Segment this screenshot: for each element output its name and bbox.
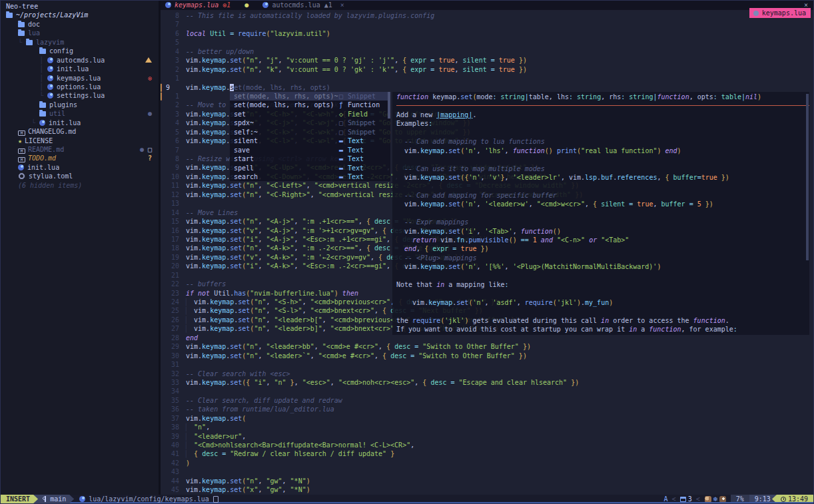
tree-item[interactable]: │ keymaps.lua⊗	[1, 74, 159, 83]
docs-line: the require('jkl') gets evaluated during…	[396, 316, 809, 325]
completion-item[interactable]: silent▬Text	[230, 136, 390, 145]
line-number: 21	[165, 271, 179, 280]
code-line[interactable]: 44vim.keymap.set("n", "gw", "*N")	[161, 477, 814, 485]
completion-item[interactable]: set◇Field	[230, 110, 390, 119]
incline-filename-badge: keymaps.lua	[749, 8, 811, 18]
tree-item[interactable]: MREADME.md● □	[1, 145, 159, 154]
tab-close-icon[interactable]: ×	[340, 1, 344, 9]
code-line[interactable]: 4-- better up/down	[161, 47, 814, 56]
folder-icon	[26, 40, 33, 45]
code-line[interactable]: 39▏ "<leader>ur",	[161, 432, 814, 441]
branch-icon	[43, 496, 47, 502]
code-line[interactable]: 33vim.keymap.set({ "i", "n" }, "<esc>", …	[161, 378, 814, 387]
completion-item[interactable]: save▬Text	[230, 146, 390, 154]
code-line[interactable]: 2vim.keymap.set("n", "k", "v:count == 0 …	[161, 65, 814, 74]
error-icon: ⊗	[148, 75, 152, 82]
code-line[interactable]: 31	[161, 360, 814, 369]
tree-item[interactable]: └ lazyvim	[1, 38, 159, 47]
kind-icon: ▬	[339, 172, 348, 181]
lua-file-icon	[47, 84, 53, 90]
tree-item[interactable]: │ init.lua	[1, 65, 159, 73]
license-icon: ★	[18, 137, 22, 144]
code-line[interactable]: 32-- Clear search with <esc>	[161, 370, 814, 378]
code-line[interactable]: 34	[161, 387, 814, 395]
code-line[interactable]: 35-- Clear search, diff update and redra…	[161, 396, 814, 405]
completion-item[interactable]: start▬Text	[230, 154, 390, 163]
tree-item[interactable]: doc	[1, 20, 159, 29]
code-line[interactable]: ▎9vim.keymap.set(mode, lhs, rhs, opts)	[161, 83, 814, 92]
clock-icon	[781, 497, 786, 502]
tree-item[interactable]: └ settings.lua	[1, 91, 159, 100]
tree-item[interactable]: │ options.lua	[1, 83, 159, 91]
code-line[interactable]: 29vim.keymap.set("n", "<leader>bb", "<cm…	[161, 342, 814, 351]
markdown-icon: M	[18, 157, 25, 162]
code-line[interactable]: 1	[161, 74, 814, 83]
line-number: 10	[165, 172, 179, 181]
warning-icon	[145, 57, 152, 63]
code-line[interactable]: 37vim.keymap.set(	[161, 414, 814, 423]
tab-keymaps[interactable]: keymaps.lua ⊗1	[161, 1, 235, 10]
docs-line	[396, 209, 809, 218]
line-number: 8	[165, 154, 179, 163]
docs-line: return vim.fn.pumvisible() == 1 and "<C-…	[396, 236, 809, 244]
completion-item[interactable]: search▬Text	[230, 172, 390, 181]
docs-line: end, { expr = true })	[396, 244, 809, 253]
package-icon	[680, 497, 686, 502]
lua-file-icon	[165, 2, 171, 8]
code-line[interactable]: 41▏ { desc = "Redraw / clear hlsearch / …	[161, 449, 814, 458]
markdown-icon: M	[18, 148, 25, 154]
completion-scrollbar[interactable]	[388, 92, 390, 119]
code-line[interactable]: 43	[161, 467, 814, 476]
tab-autocmds[interactable]: autocmds.lua ▲1 ×	[258, 1, 348, 10]
tree-item[interactable]: ~/projects/LazyVim	[1, 11, 159, 19]
line-number: 2	[165, 65, 179, 74]
code-line[interactable]: 45vim.keymap.set("x", "gw", "*N")	[161, 485, 814, 494]
docs-float: function keymap.set(mode: string|table, …	[392, 92, 809, 335]
tree-item[interactable]: └ init.lua	[1, 119, 159, 127]
neovim-window: Neo-tree ~/projects/LazyVimdoclua└ lazyv…	[0, 0, 814, 504]
line-number: 22	[165, 280, 179, 288]
tree-item[interactable]: MTODO.md?	[1, 154, 159, 162]
code-line[interactable]: 8-- This file is automatically loaded by…	[161, 11, 814, 20]
completion-item[interactable]: set(mode, lhs, rhs, opts)~□Snippet	[230, 92, 390, 101]
line-number: 29	[165, 342, 179, 351]
docs-line: vim.keymap.set('n', '<leader>w', "<cmd>w…	[396, 200, 809, 208]
question-icon: ?	[148, 154, 152, 162]
code-line[interactable]: 7	[161, 20, 814, 29]
code-line[interactable]: 30vim.keymap.set("n", "<leader>`", "<cmd…	[161, 352, 814, 360]
code-line[interactable]: 3vim.keymap.set("n", "j", "v:count == 0 …	[161, 56, 814, 65]
line-number: 3	[165, 110, 179, 119]
tree-item[interactable]: stylua.toml	[1, 172, 159, 180]
kind-icon: □	[339, 128, 348, 136]
tree-item[interactable]: init.lua	[1, 163, 159, 172]
line-number: 1	[165, 74, 179, 83]
completion-item[interactable]: spdx~□Snippet	[230, 119, 390, 127]
tree-item[interactable]: (6 hidden items)	[1, 181, 159, 190]
line-number: 1	[165, 92, 179, 101]
code-line[interactable]: 42)	[161, 459, 814, 467]
code-line[interactable]: 5	[161, 38, 814, 47]
completion-item[interactable]: self:~□Snippet	[230, 128, 390, 136]
completion-item[interactable]: spell▬Text	[230, 164, 390, 172]
tree-item[interactable]: util●	[1, 109, 159, 118]
line-number: 7	[165, 146, 179, 154]
neotree-title: Neo-tree	[1, 2, 159, 11]
tabline: keymaps.lua ⊗1 ● autocmds.lua ▲1 × ×	[161, 1, 813, 10]
docs-line	[396, 182, 809, 190]
kind-icon: ▬	[339, 164, 348, 172]
code-line[interactable]: 36-- taken from runtime/lua/_editor.lua	[161, 405, 814, 413]
folder-icon	[18, 31, 25, 36]
code-line[interactable]: 6local Util = require("lazyvim.util")	[161, 29, 814, 38]
code-line[interactable]: 38▏ "n",	[161, 423, 814, 431]
completion-item[interactable]: set(mode, lhs, rhs, opts)ƒFunction	[230, 101, 390, 109]
tree-item[interactable]: │ autocmds.lua	[1, 56, 159, 65]
file-path: lua/lazyvim/config/keymaps.lua	[73, 495, 226, 503]
completion-menu[interactable]: set(mode, lhs, rhs, opts)~□Snippetset(mo…	[230, 92, 390, 181]
code-line[interactable]: 40▏ "<Cmd>nohlsearch<Bar>diffupdate<Bar>…	[161, 441, 814, 449]
docs-scrollbar[interactable]	[806, 94, 809, 260]
tree-item[interactable]: lua	[1, 29, 159, 37]
tree-item[interactable]: MCHANGELOG.md	[1, 127, 159, 136]
tree-item[interactable]: plugins	[1, 101, 159, 109]
tree-item[interactable]: ★LICENSE	[1, 136, 159, 145]
tree-item[interactable]: config	[1, 47, 159, 55]
